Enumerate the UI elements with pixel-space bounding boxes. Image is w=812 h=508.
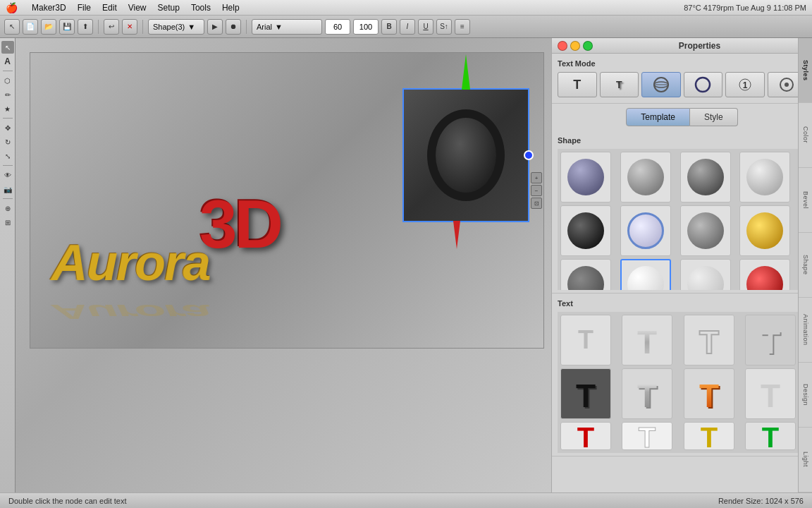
vtab-shape[interactable]: Shape bbox=[799, 233, 812, 298]
tool-scale[interactable]: ⤡ bbox=[1, 150, 14, 162]
shape-item-6[interactable] bbox=[620, 205, 671, 256]
transform-handle-right[interactable] bbox=[524, 150, 534, 160]
panel-min-btn[interactable] bbox=[570, 41, 580, 51]
aurora-text-label: Aurora bbox=[51, 234, 210, 292]
text-item-9[interactable]: T bbox=[560, 422, 611, 450]
text-item-12[interactable]: T bbox=[745, 422, 796, 450]
toolbar-delete[interactable]: ✕ bbox=[122, 19, 137, 35]
tool-eye[interactable]: 👁 bbox=[1, 169, 14, 181]
vtab-design[interactable]: Design bbox=[799, 363, 812, 428]
toolbar-save[interactable]: 💾 bbox=[59, 19, 75, 35]
shape-item-7[interactable] bbox=[680, 205, 731, 256]
canvas-zoom-out[interactable]: − bbox=[531, 185, 542, 196]
toolbar-italic[interactable]: I bbox=[400, 19, 415, 35]
svg-text:T: T bbox=[637, 324, 657, 358]
svg-point-3 bbox=[696, 78, 710, 92]
canvas-zoom-in[interactable]: + bbox=[531, 172, 542, 183]
panel-close-btn[interactable] bbox=[558, 41, 567, 51]
text-item-8[interactable]: T bbox=[745, 368, 796, 419]
tool-move[interactable]: ✥ bbox=[1, 121, 14, 134]
toolbar-arrow-tool[interactable]: ↖ bbox=[4, 19, 20, 35]
shape-item-4[interactable] bbox=[739, 152, 790, 202]
style-tab[interactable]: Style bbox=[690, 108, 738, 126]
properties-panel: Properties Text Mode T T bbox=[551, 38, 812, 492]
menubar-right-info: 87°C 4179rpm Tue Aug 9 11:08 PM bbox=[684, 4, 806, 12]
canvas-area[interactable]: Aurora 3D Aurora + − ⊡ bbox=[16, 38, 551, 492]
text-item-5[interactable]: TT bbox=[560, 368, 611, 419]
vtab-light[interactable]: Light bbox=[799, 428, 812, 492]
shape-dropdown[interactable]: Shape(3)▼ bbox=[148, 19, 204, 35]
text-item-1[interactable]: T bbox=[560, 315, 611, 365]
text-item-7[interactable]: TT bbox=[684, 368, 734, 419]
tool-sep1 bbox=[3, 71, 13, 71]
shape-item-8[interactable] bbox=[739, 205, 790, 256]
vtab-color[interactable]: Color bbox=[799, 103, 812, 168]
toolbar-record[interactable]: ⏺ bbox=[226, 19, 241, 35]
vtab-animation[interactable]: Animation bbox=[799, 298, 812, 363]
svg-text:T: T bbox=[577, 422, 594, 450]
menu-setup[interactable]: Setup bbox=[158, 3, 180, 13]
tool-star[interactable]: ★ bbox=[1, 102, 14, 115]
shape-section-label: Shape bbox=[558, 136, 806, 145]
menu-file[interactable]: File bbox=[78, 3, 91, 13]
font-size-input[interactable] bbox=[325, 19, 350, 35]
font-dropdown[interactable]: Arial▼ bbox=[252, 19, 322, 35]
left-toolbar: ↖ A ⬡ ✏ ★ ✥ ↻ ⤡ 👁 📷 ⊕ ⊞ bbox=[0, 38, 16, 492]
menu-help[interactable]: Help bbox=[222, 3, 240, 13]
toolbar-bold[interactable]: B bbox=[381, 19, 397, 35]
text-mode-round[interactable]: 1 bbox=[725, 72, 765, 97]
tool-draw[interactable]: ✏ bbox=[1, 88, 14, 101]
menu-edit[interactable]: Edit bbox=[102, 3, 117, 13]
text-mode-plain[interactable]: T bbox=[558, 72, 597, 97]
svg-text:T: T bbox=[700, 422, 717, 450]
tool-shape[interactable]: ⬡ bbox=[1, 74, 14, 87]
tool-rotate[interactable]: ↻ bbox=[1, 135, 14, 148]
statusbar-left: Double click the node can edit text bbox=[8, 497, 127, 505]
shape-item-1[interactable] bbox=[560, 152, 611, 202]
shape-item-11[interactable] bbox=[680, 259, 731, 290]
toolbar-export[interactable]: ⬆ bbox=[78, 19, 93, 35]
text-mode-label: Text Mode bbox=[558, 59, 806, 68]
shape-item-3[interactable] bbox=[680, 152, 731, 202]
text-mode-sphere[interactable] bbox=[641, 72, 681, 97]
toolbar-play[interactable]: ▶ bbox=[207, 19, 223, 35]
toolbar-open[interactable]: 📂 bbox=[41, 19, 56, 35]
tool-select[interactable]: ↖ bbox=[1, 41, 14, 54]
shape-item-5[interactable] bbox=[560, 205, 611, 256]
shape-item-12[interactable] bbox=[739, 259, 790, 290]
tool-more1[interactable]: ⊕ bbox=[1, 202, 14, 214]
svg-text:T: T bbox=[639, 422, 656, 450]
template-tab[interactable]: Template bbox=[626, 108, 690, 126]
toolbar-align-left[interactable]: ≡ bbox=[455, 19, 470, 35]
menu-maker3d[interactable]: Maker3D bbox=[32, 3, 66, 13]
text-item-3[interactable]: T bbox=[684, 315, 734, 365]
tool-more2[interactable]: ⊞ bbox=[1, 216, 14, 229]
toolbar-new[interactable]: 📄 bbox=[23, 19, 38, 35]
vtab-bevel[interactable]: Bevel bbox=[799, 168, 812, 233]
text-item-2[interactable]: T bbox=[622, 315, 672, 365]
toolbar-undo[interactable]: ↩ bbox=[104, 19, 119, 35]
panel-max-btn[interactable] bbox=[583, 41, 593, 51]
shape-item-10[interactable] bbox=[620, 259, 671, 290]
toolbar-superscript[interactable]: S↑ bbox=[436, 19, 452, 35]
text-mode-extrude[interactable]: T bbox=[600, 72, 639, 97]
text-item-4[interactable]: TT bbox=[745, 315, 796, 365]
canvas-fit[interactable]: ⊡ bbox=[531, 198, 542, 209]
vertical-tabs: Styles Color Bevel Shape Animation Desig… bbox=[798, 54, 812, 492]
tool-camera[interactable]: 📷 bbox=[1, 183, 14, 195]
text-item-11[interactable]: T bbox=[684, 422, 734, 450]
menu-tools[interactable]: Tools bbox=[191, 3, 211, 13]
text-item-6[interactable]: TT bbox=[622, 368, 672, 419]
vtab-styles[interactable]: Styles bbox=[799, 54, 812, 103]
toolbar-underline[interactable]: U bbox=[418, 19, 433, 35]
font-scale-input[interactable] bbox=[353, 19, 379, 35]
selected-object[interactable] bbox=[402, 88, 529, 222]
shape-item-9[interactable] bbox=[560, 259, 611, 290]
tool-text[interactable]: A bbox=[1, 55, 14, 68]
canvas-tools-right: + − ⊡ bbox=[529, 171, 543, 210]
text-mode-sphere2[interactable] bbox=[684, 72, 723, 97]
apple-menu[interactable]: 🍎 bbox=[6, 2, 18, 13]
text-item-10[interactable]: T bbox=[622, 422, 672, 450]
menu-view[interactable]: View bbox=[128, 3, 147, 13]
shape-item-2[interactable] bbox=[620, 152, 671, 202]
